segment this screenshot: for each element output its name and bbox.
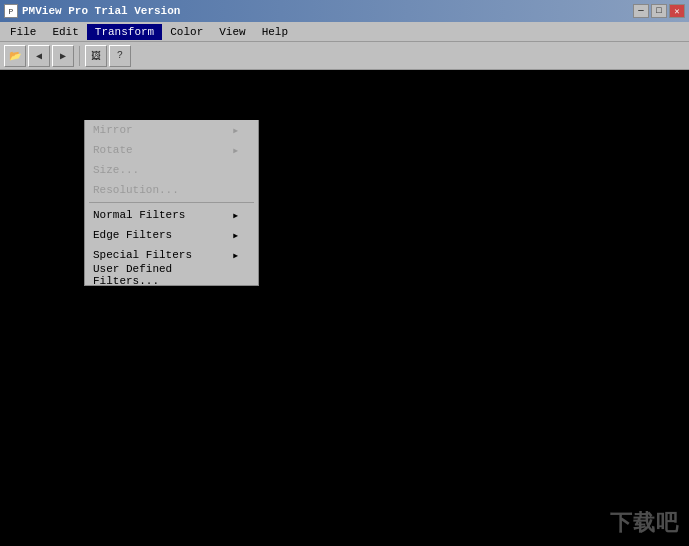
menu-item-normal-filters[interactable]: Normal Filters [85,205,258,225]
menu-item-special-filters[interactable]: Special Filters [85,245,258,265]
close-button[interactable]: ✕ [669,4,685,18]
menu-item-edge-filters[interactable]: Edge Filters [85,225,258,245]
image-icon: 🖼 [91,50,101,62]
help-button[interactable]: ? [109,45,131,67]
watermark: 下载吧 [610,508,679,538]
title-bar: P PMView Pro Trial Version ─ □ ✕ [0,0,689,22]
menu-view[interactable]: View [211,24,253,40]
menu-file[interactable]: File [2,24,44,40]
open-icon: 📂 [9,50,21,62]
transform-dropdown: Mirror Rotate Size... Resolution... Norm… [84,120,259,286]
menu-item-rotate[interactable]: Rotate [85,140,258,160]
menu-bar: File Edit Transform Color View Help [0,22,689,42]
menu-color[interactable]: Color [162,24,211,40]
forward-button[interactable]: ▶ [52,45,74,67]
menu-item-user-filters[interactable]: User Defined Filters... [85,265,258,285]
menu-item-mirror[interactable]: Mirror [85,120,258,140]
menu-edit[interactable]: Edit [44,24,86,40]
maximize-button[interactable]: □ [651,4,667,18]
main-content: Mirror Rotate Size... Resolution... Norm… [0,70,689,546]
menu-item-resolution[interactable]: Resolution... [85,180,258,200]
image-button[interactable]: 🖼 [85,45,107,67]
menu-item-size[interactable]: Size... [85,160,258,180]
menu-transform[interactable]: Transform [87,24,162,40]
minimize-button[interactable]: ─ [633,4,649,18]
app-icon: P [4,4,18,18]
back-button[interactable]: ◀ [28,45,50,67]
back-icon: ◀ [36,50,42,62]
menu-help[interactable]: Help [254,24,296,40]
forward-icon: ▶ [60,50,66,62]
toolbar-separator [79,46,80,66]
title-buttons: ─ □ ✕ [633,4,685,18]
app-icon-letter: P [9,7,14,16]
help-icon: ? [117,50,123,61]
title-bar-left: P PMView Pro Trial Version [4,4,180,18]
toolbar: 📂 ◀ ▶ 🖼 ? [0,42,689,70]
open-button[interactable]: 📂 [4,45,26,67]
dropdown-separator [89,202,254,203]
title-text: PMView Pro Trial Version [22,5,180,17]
